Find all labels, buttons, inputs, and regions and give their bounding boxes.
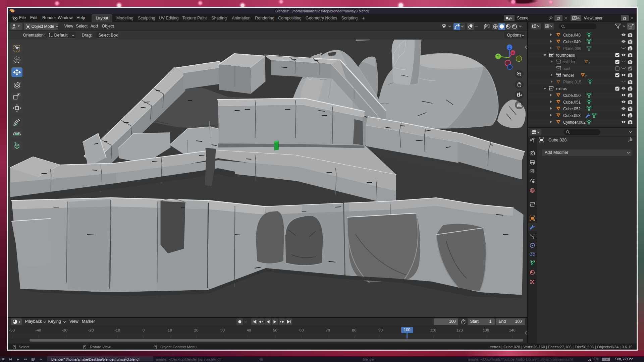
svg-text:Z: Z xyxy=(508,46,510,49)
svg-text:X: X xyxy=(512,51,514,55)
svg-text:Y: Y xyxy=(497,55,499,58)
